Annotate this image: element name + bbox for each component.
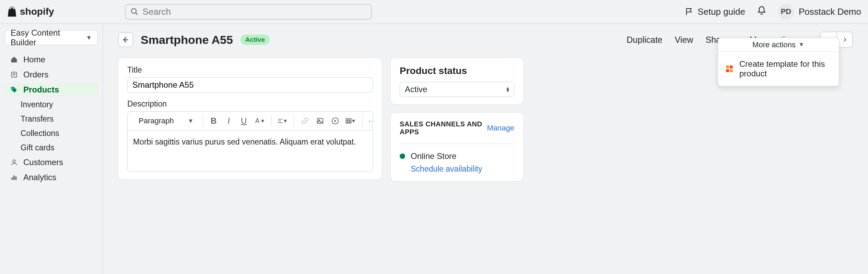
- svg-rect-6: [13, 176, 15, 180]
- brand-logo[interactable]: shopify: [7, 6, 54, 17]
- description-editor[interactable]: Morbi sagittis varius purus sed venenati…: [128, 130, 373, 172]
- sidebar-item-label: Products: [23, 85, 59, 95]
- svg-rect-8: [726, 65, 729, 68]
- product-title-input[interactable]: [127, 77, 373, 92]
- search-icon: [130, 8, 139, 16]
- chevron-down-icon: ▼: [188, 117, 194, 125]
- align-button[interactable]: ▾: [276, 115, 288, 127]
- search-input[interactable]: [143, 7, 366, 17]
- sidebar-item-orders[interactable]: Orders: [5, 68, 98, 82]
- user-menu[interactable]: PD Posstack Demo: [778, 4, 861, 20]
- status-dot-icon: [400, 153, 405, 159]
- svg-rect-10: [726, 69, 729, 72]
- menu-create-template[interactable]: Create template for this product: [718, 52, 839, 86]
- arrow-left-icon: [122, 36, 129, 43]
- sidebar-sub-transfers[interactable]: Transfers: [5, 112, 98, 125]
- italic-button[interactable]: I: [223, 115, 235, 127]
- svg-point-3: [12, 88, 13, 89]
- back-button[interactable]: [118, 32, 133, 47]
- bold-button[interactable]: B: [208, 115, 220, 127]
- table-button[interactable]: ▾: [344, 115, 356, 127]
- setup-guide-link[interactable]: Setup guide: [685, 7, 745, 17]
- sidebar-item-label: Analytics: [23, 173, 56, 182]
- manage-channels-link[interactable]: Manage: [487, 124, 514, 133]
- more-actions-dropdown: More actions ▼ Create template for this …: [718, 38, 839, 86]
- global-search[interactable]: [125, 4, 372, 20]
- editor-toolbar: Paragraph ▼ B I U: [128, 112, 373, 130]
- view-action[interactable]: View: [675, 35, 693, 45]
- title-label: Title: [127, 65, 373, 75]
- sidebar: Easy Content Builder ▼ Home Orders P: [0, 24, 103, 274]
- link-button[interactable]: [299, 115, 311, 127]
- chevron-right-icon: [842, 37, 847, 42]
- sidebar-item-label: Customers: [23, 158, 63, 167]
- paragraph-style-label: Paragraph: [139, 116, 174, 125]
- chevron-down-icon: ▼: [798, 41, 805, 48]
- svg-rect-15: [346, 119, 351, 123]
- sidebar-item-products[interactable]: Products: [5, 83, 98, 97]
- flag-icon: [685, 8, 693, 16]
- setup-guide-label: Setup guide: [697, 7, 745, 17]
- menu-item-label: Create template for this product: [739, 59, 832, 78]
- svg-rect-12: [317, 119, 323, 124]
- sidebar-sub-inventory[interactable]: Inventory: [5, 98, 98, 111]
- sidebar-item-analytics[interactable]: Analytics: [5, 171, 98, 184]
- brand-name: shopify: [20, 6, 54, 17]
- chevron-down-icon: ▾: [352, 117, 355, 125]
- analytics-icon: [10, 174, 19, 181]
- description-label: Description: [127, 99, 373, 109]
- status-badge: Active: [241, 35, 270, 45]
- channel-name: Online Store: [411, 151, 456, 161]
- orders-icon: [10, 71, 19, 78]
- svg-point-0: [131, 9, 136, 13]
- product-status-heading: Product status: [400, 65, 514, 76]
- app-selector-label: Easy Content Builder: [11, 28, 86, 47]
- chevron-down-icon: ▾: [261, 117, 264, 125]
- home-icon: [10, 56, 19, 63]
- image-button[interactable]: [314, 115, 326, 127]
- channels-heading: SALES CHANNELS AND APPS: [400, 120, 487, 136]
- svg-rect-11: [730, 69, 733, 72]
- sidebar-item-customers[interactable]: Customers: [5, 155, 98, 169]
- chevron-down-icon: ▼: [86, 34, 92, 41]
- product-status-select[interactable]: Active ▴▾: [400, 82, 514, 97]
- dropdown-header-label: More actions: [752, 40, 796, 49]
- template-icon: [725, 64, 734, 73]
- sidebar-sub-giftcards[interactable]: Gift cards: [5, 141, 98, 154]
- video-button[interactable]: [329, 115, 341, 127]
- dropdown-header[interactable]: More actions ▼: [718, 38, 839, 52]
- svg-point-4: [13, 160, 15, 162]
- sidebar-item-home[interactable]: Home: [5, 53, 98, 66]
- customers-icon: [10, 159, 19, 166]
- chevron-down-icon: ▾: [284, 117, 287, 125]
- more-formatting-button[interactable]: ···: [367, 115, 373, 127]
- app-selector[interactable]: Easy Content Builder ▼: [5, 30, 98, 45]
- page-title: Smartphone A55: [141, 33, 233, 47]
- svg-line-1: [136, 13, 138, 15]
- text-color-button[interactable]: ▾: [253, 115, 265, 127]
- sales-channels-card: SALES CHANNELS AND APPS Manage Online St…: [390, 112, 524, 182]
- products-icon: [10, 86, 19, 94]
- product-status-value: Active: [405, 85, 427, 94]
- user-name: Posstack Demo: [799, 7, 861, 17]
- select-arrows-icon: ▴▾: [506, 87, 509, 92]
- schedule-availability-link[interactable]: Schedule availability: [411, 164, 514, 174]
- title-description-card: Title Description Paragraph ▼: [118, 58, 382, 180]
- paragraph-style-select[interactable]: Paragraph ▼: [136, 114, 197, 127]
- shopify-bag-icon: [7, 6, 17, 17]
- divider: [400, 144, 514, 144]
- underline-button[interactable]: U: [238, 115, 250, 127]
- svg-rect-5: [12, 177, 13, 180]
- svg-rect-9: [730, 65, 733, 68]
- sidebar-sub-collections[interactable]: Collections: [5, 127, 98, 140]
- duplicate-action[interactable]: Duplicate: [627, 35, 662, 45]
- sidebar-item-label: Orders: [23, 70, 48, 79]
- notifications-icon[interactable]: [757, 6, 766, 17]
- product-status-card: Product status Active ▴▾: [390, 58, 524, 105]
- sidebar-item-label: Home: [23, 55, 45, 64]
- svg-rect-7: [15, 176, 17, 180]
- avatar: PD: [778, 4, 794, 20]
